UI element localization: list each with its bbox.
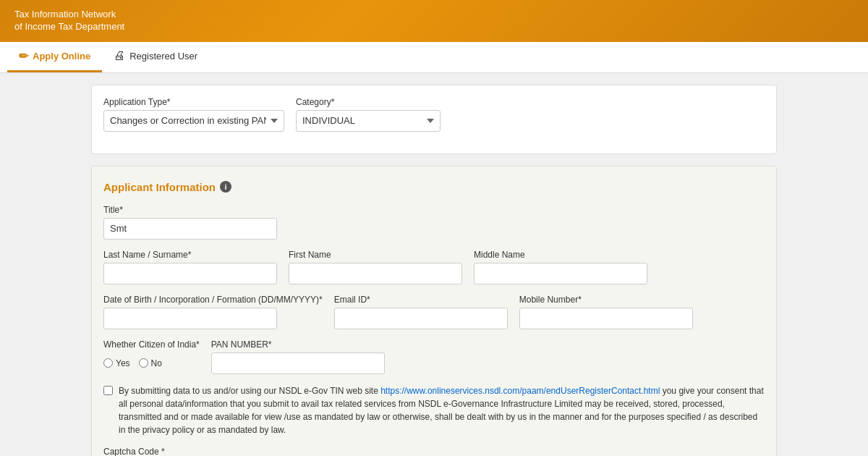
consent-row: By submitting data to us and/or using ou… [103,384,765,436]
info-icon[interactable]: i [220,181,231,193]
name-row: Last Name / Surname* First Name Middle N… [103,250,765,284]
category-select[interactable]: INDIVIDUAL [296,110,441,132]
captcha-label: Captcha Code * [103,447,765,456]
title-label: Title* [103,205,277,215]
title-row: Title* Smt Shri Kumari M/s [103,205,765,240]
email-input[interactable] [334,308,508,329]
last-name-input[interactable] [103,263,277,284]
main-content: Application Type* Changes or Correction … [80,73,788,456]
title-select[interactable]: Smt Shri Kumari M/s [103,218,277,240]
pan-group: PAN NUMBER* [211,339,385,374]
citizen-label: Whether Citizen of India* [103,339,200,350]
citizen-no-option[interactable]: No [139,358,162,368]
middle-name-label: Middle Name [474,250,647,260]
consent-link[interactable]: https://www.onlineservices.nsdl.com/paam… [380,386,660,396]
first-name-input[interactable] [289,263,462,284]
dob-group: Date of Birth / Incorporation / Formatio… [103,295,323,329]
mobile-group: Mobile Number* [519,295,693,329]
citizen-yes-label: Yes [116,358,130,368]
email-group: Email ID* [334,295,508,329]
nav-bar: ✏ Apply Online 🖨 Registered User [0,42,868,73]
applicant-heading-text: Applicant Information [103,181,216,193]
tab-registered-user[interactable]: 🖨 Registered User [102,42,209,72]
header: Tax Information Network of Income Tax De… [0,0,868,42]
consent-text: By submitting data to us and/or using ou… [119,384,765,436]
middle-name-input[interactable] [474,263,647,284]
citizen-pan-row: Whether Citizen of India* Yes No PAN NUM… [103,339,765,374]
dob-input[interactable] [103,308,277,329]
tab-registered-user-label: Registered User [129,51,197,62]
consent-text-before: By submitting data to us and/or using ou… [119,386,380,396]
application-type-section: Application Type* Changes or Correction … [91,85,777,154]
header-title: Tax Information Network of Income Tax De… [14,9,124,33]
captcha-section: Captcha Code * VHKLL ↻ [103,447,765,456]
dob-label: Date of Birth / Incorporation / Formatio… [103,295,323,305]
first-name-label: First Name [289,250,462,260]
last-name-label: Last Name / Surname* [103,250,277,260]
title-group: Title* Smt Shri Kumari M/s [103,205,277,240]
mobile-input[interactable] [519,308,693,329]
citizen-no-radio[interactable] [139,358,148,368]
applicant-heading: Applicant Information i [103,181,765,193]
last-name-group: Last Name / Surname* [103,250,277,284]
dob-email-mobile-row: Date of Birth / Incorporation / Formatio… [103,295,765,329]
user-icon: 🖨 [114,49,125,62]
tab-apply-online-label: Apply Online [33,51,90,62]
consent-checkbox[interactable] [103,386,113,395]
pan-label: PAN NUMBER* [211,339,385,350]
applicant-information-section: Applicant Information i Title* Smt Shri … [91,166,777,456]
citizen-radio-group: Yes No [103,352,200,374]
citizen-group: Whether Citizen of India* Yes No [103,339,200,374]
app-type-row: Application Type* Changes or Correction … [103,97,765,132]
category-group: Category* INDIVIDUAL [296,97,441,132]
header-line2: of Income Tax Department [14,21,124,33]
category-label: Category* [296,97,441,107]
mobile-label: Mobile Number* [519,295,693,305]
email-label: Email ID* [334,295,508,305]
citizen-yes-radio[interactable] [103,358,113,368]
citizen-no-label: No [151,358,162,368]
pan-input[interactable] [211,352,385,374]
application-type-select[interactable]: Changes or Correction in existing PAN Da… [103,110,284,132]
middle-name-group: Middle Name [474,250,647,284]
pencil-icon: ✏ [19,49,28,63]
first-name-group: First Name [289,250,462,284]
header-line1: Tax Information Network [14,9,124,21]
citizen-yes-option[interactable]: Yes [103,358,130,368]
tab-apply-online[interactable]: ✏ Apply Online [7,42,102,72]
application-type-label: Application Type* [103,97,284,107]
application-type-group: Application Type* Changes or Correction … [103,97,284,132]
